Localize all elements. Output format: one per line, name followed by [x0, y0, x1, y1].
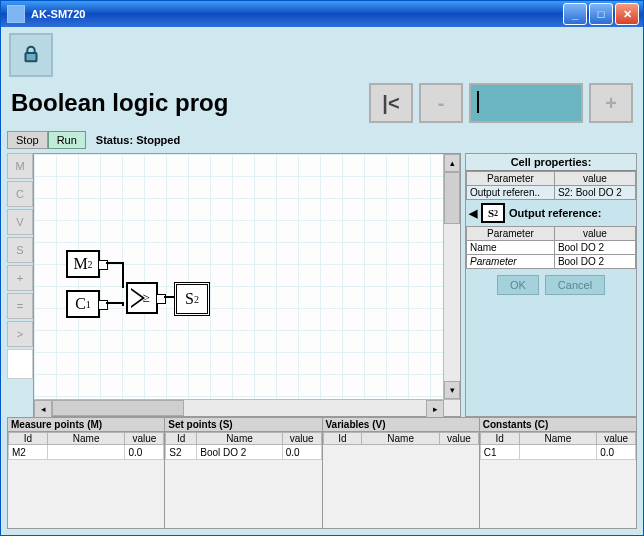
vertical-scrollbar[interactable]: ▴ ▾	[443, 154, 460, 399]
setpoints-section: Set points (S) Id Name value S2 Bool DO …	[165, 418, 322, 528]
palette-gt[interactable]: >	[7, 321, 33, 347]
nav-first-button[interactable]: |<	[369, 83, 413, 123]
setpoints-header: Set points (S)	[165, 418, 321, 432]
control-row: Stop Run Status: Stopped	[1, 127, 643, 153]
col-value: value	[554, 172, 635, 186]
palette-v[interactable]: V	[7, 209, 33, 235]
stop-button[interactable]: Stop	[7, 131, 48, 149]
upper-area: M C V S + = > M2	[7, 153, 637, 417]
node-m2-label: M	[73, 255, 87, 273]
cancel-button[interactable]: Cancel	[545, 275, 605, 295]
status-label: Status: Stopped	[96, 134, 180, 146]
palette: M C V S + = >	[7, 153, 33, 417]
s2-mini-icon: S2	[481, 203, 505, 223]
lock-icon	[20, 43, 42, 67]
col-parameter: Parameter	[467, 172, 555, 186]
variables-section: Variables (V) Id Name value	[323, 418, 480, 528]
col-id: Id	[480, 433, 519, 445]
canvas[interactable]: M2 C1	[34, 154, 443, 399]
wire	[122, 262, 124, 288]
header-row: Boolean logic prog |< - +	[1, 83, 643, 127]
palette-blank	[7, 349, 33, 379]
scroll-right-icon[interactable]: ▸	[426, 400, 444, 418]
palette-c[interactable]: C	[7, 181, 33, 207]
nav-next-button[interactable]: +	[589, 83, 633, 123]
nav-field[interactable]	[469, 83, 583, 123]
node-m2[interactable]: M2	[66, 250, 100, 278]
col-value: value	[282, 433, 321, 445]
col-name: Name	[47, 433, 125, 445]
col-name: Name	[519, 433, 597, 445]
palette-s[interactable]: S	[7, 237, 33, 263]
col-parameter: Parameter	[467, 227, 555, 241]
scroll-down-icon[interactable]: ▾	[444, 381, 460, 399]
page-title: Boolean logic prog	[11, 89, 369, 117]
bottom-tables: Measure points (M) Id Name value M2 0.0	[7, 417, 637, 529]
palette-m[interactable]: M	[7, 153, 33, 179]
wire	[122, 302, 124, 306]
nav-prev-button[interactable]: -	[419, 83, 463, 123]
palette-plus[interactable]: +	[7, 265, 33, 291]
col-id: Id	[9, 433, 48, 445]
titlebar: AK-SM720 _ □ ✕	[1, 1, 643, 27]
table-row[interactable]: C1 0.0	[480, 445, 635, 460]
app-window: AK-SM720 _ □ ✕ Boolean logic prog |< -	[0, 0, 644, 536]
output-reference-table: Parameter value Name Bool DO 2 Parameter…	[466, 226, 636, 269]
node-c1-label: C	[75, 295, 86, 313]
run-button[interactable]: Run	[48, 131, 86, 149]
cmp-symbol: ≥	[142, 290, 149, 306]
palette-eq[interactable]: =	[7, 293, 33, 319]
table-row[interactable]: Parameter Bool DO 2	[467, 255, 636, 269]
col-id: Id	[166, 433, 197, 445]
main-area: M C V S + = > M2	[1, 153, 643, 535]
ok-button[interactable]: OK	[497, 275, 539, 295]
close-button[interactable]: ✕	[615, 3, 639, 25]
svg-rect-0	[26, 53, 37, 61]
scroll-track[interactable]	[52, 400, 426, 416]
output-reference-header: ◀ S2 Output reference:	[466, 200, 636, 226]
maximize-button[interactable]: □	[589, 3, 613, 25]
window-title: AK-SM720	[31, 8, 85, 20]
col-value: value	[439, 433, 478, 445]
col-value: value	[554, 227, 635, 241]
app-icon	[7, 5, 25, 23]
cell-properties-table: Parameter value Output referen.. S2: Boo…	[466, 171, 636, 200]
col-name: Name	[197, 433, 282, 445]
scroll-up-icon[interactable]: ▴	[444, 154, 460, 172]
minimize-button[interactable]: _	[563, 3, 587, 25]
scroll-left-icon[interactable]: ◂	[34, 400, 52, 418]
text-cursor-icon	[477, 91, 479, 113]
wire	[164, 296, 174, 298]
scroll-thumb[interactable]	[444, 172, 460, 224]
scroll-corner	[444, 400, 460, 416]
table-row[interactable]: M2 0.0	[9, 445, 164, 460]
variables-header: Variables (V)	[323, 418, 479, 432]
constants-header: Constants (C)	[480, 418, 636, 432]
triangle-icon	[131, 290, 142, 306]
table-row[interactable]: S2 Bool DO 2 0.0	[166, 445, 321, 460]
properties-panel: Cell properties: Parameter value Output …	[465, 153, 637, 417]
measure-header: Measure points (M)	[8, 418, 164, 432]
constants-section: Constants (C) Id Name value C1 0.0	[480, 418, 636, 528]
node-s2-label: S	[185, 290, 194, 308]
col-name: Name	[362, 433, 440, 445]
table-row[interactable]: Name Bool DO 2	[467, 241, 636, 255]
lock-button[interactable]	[9, 33, 53, 77]
col-value: value	[597, 433, 636, 445]
canvas-wrap: M2 C1	[33, 153, 461, 417]
horizontal-scrollbar[interactable]: ◂ ▸	[34, 399, 460, 416]
scroll-track[interactable]	[444, 172, 460, 381]
measure-section: Measure points (M) Id Name value M2 0.0	[8, 418, 165, 528]
node-comparator[interactable]: ≥	[126, 282, 158, 314]
node-s2[interactable]: S2	[174, 282, 210, 316]
button-row: OK Cancel	[466, 269, 636, 301]
table-row[interactable]: Output referen.. S2: Bool DO 2	[467, 186, 636, 200]
node-c1[interactable]: C1	[66, 290, 100, 318]
cell-properties-header: Cell properties:	[466, 154, 636, 171]
lock-row	[1, 27, 643, 83]
scroll-thumb[interactable]	[52, 400, 184, 416]
col-value: value	[125, 433, 164, 445]
col-id: Id	[323, 433, 362, 445]
output-ref-label: Output reference:	[509, 207, 601, 219]
triangle-icon: ◀	[469, 207, 477, 220]
